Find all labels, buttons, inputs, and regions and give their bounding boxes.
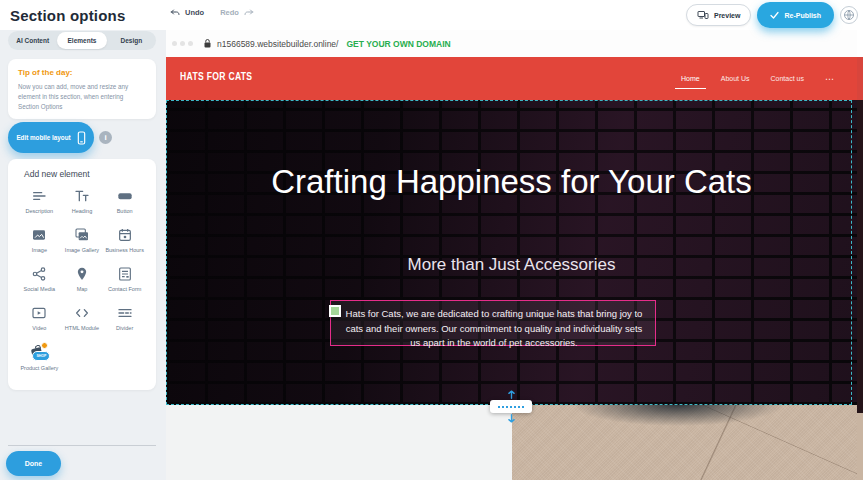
phone-icon <box>77 131 86 145</box>
element-contact-form[interactable]: Contact Form <box>103 265 146 293</box>
element-map[interactable]: Map <box>61 265 104 293</box>
element-divider[interactable]: Divider <box>103 304 146 332</box>
get-domain-link[interactable]: GET YOUR OWN DOMAIN <box>346 39 450 49</box>
edge-hero-sliver <box>857 100 863 413</box>
element-html-module[interactable]: HTML Module <box>61 304 104 332</box>
nav-contact-us[interactable]: Contact us <box>771 75 804 82</box>
lock-icon <box>203 38 212 49</box>
page-title: Section options <box>10 7 126 24</box>
url-text: n1566589.websitebuilder.online/ <box>217 39 338 49</box>
element-social-media[interactable]: Social Media <box>18 265 61 293</box>
check-icon <box>770 11 779 19</box>
tip-of-the-day-card: Tip of the day: Now you can add, move an… <box>8 59 156 119</box>
image-gallery-icon <box>73 226 91 244</box>
site-header[interactable]: HATS FOR CATS Home About Us Contact us ⋯ <box>166 57 857 100</box>
element-product-gallery[interactable]: SHOP Product Gallery <box>18 344 61 372</box>
preview-button[interactable]: Preview <box>686 4 751 26</box>
browser-chrome: n1566589.websitebuilder.online/ GET YOUR… <box>166 30 857 57</box>
add-element-title: Add new element <box>8 167 156 185</box>
element-image-gallery[interactable]: Image Gallery <box>61 226 104 254</box>
edge-header-sliver <box>857 57 863 100</box>
window-dot <box>188 41 193 46</box>
app-window: Section options Undo Redo Preview Re-Pub… <box>0 0 863 480</box>
topbar: Section options Undo Redo Preview Re-Pub… <box>0 0 863 30</box>
heading-icon <box>73 187 91 205</box>
business-hours-icon <box>116 226 134 244</box>
hero-paragraph[interactable]: Hats for Cats, we are dedicated to craft… <box>331 301 655 351</box>
resize-arrow-up-icon <box>503 390 519 399</box>
social-media-icon <box>30 265 48 283</box>
add-element-panel: Add new element Description Heading Butt… <box>8 159 156 390</box>
tab-design[interactable]: Design <box>107 31 156 50</box>
nav-home[interactable]: Home <box>681 75 700 82</box>
divider-icon <box>116 304 134 322</box>
sidebar-tabs: AI Content Elements Design <box>8 31 156 50</box>
image-icon <box>30 226 48 244</box>
selected-paragraph-element[interactable]: Hats for Cats, we are dedicated to craft… <box>330 300 656 346</box>
html-module-icon <box>73 304 91 322</box>
element-video[interactable]: Video <box>18 304 61 332</box>
shop-tag: SHOP <box>32 351 50 361</box>
undo-button[interactable]: Undo <box>170 8 204 17</box>
product-gallery-icon: SHOP <box>30 344 48 362</box>
notification-badge <box>41 342 48 349</box>
resize-arrow-down-icon <box>503 414 519 423</box>
tip-body: Now you can add, move and resize any ele… <box>18 82 146 111</box>
site-logo[interactable]: HATS FOR CATS <box>180 70 252 82</box>
tab-ai-content[interactable]: AI Content <box>8 31 57 50</box>
description-icon <box>30 187 48 205</box>
redo-button[interactable]: Redo <box>220 8 254 17</box>
devices-icon <box>697 10 709 20</box>
undo-redo-group: Undo Redo <box>170 8 254 17</box>
language-globe-button[interactable] <box>840 6 858 24</box>
edge-section-sliver <box>857 413 863 480</box>
grip-dots <box>498 406 524 408</box>
redo-icon <box>243 8 254 17</box>
site-preview: HATS FOR CATS Home About Us Contact us ⋯… <box>166 57 857 480</box>
hero-subheading[interactable]: More than Just Accessories <box>202 255 822 275</box>
tip-heading: Tip of the day: <box>18 68 146 77</box>
tab-elements[interactable]: Elements <box>57 32 106 49</box>
map-icon <box>73 265 91 283</box>
next-section-background[interactable] <box>166 405 512 480</box>
element-drag-handle[interactable] <box>329 305 341 317</box>
canvas-edge-strip <box>857 0 863 480</box>
window-dot <box>180 41 185 46</box>
nav-about-us[interactable]: About Us <box>721 75 750 82</box>
element-button[interactable]: Button <box>103 187 146 215</box>
hero-section[interactable] <box>166 100 857 405</box>
globe-icon <box>843 9 855 21</box>
element-description[interactable]: Description <box>18 187 61 215</box>
window-dot <box>172 41 177 46</box>
hero-heading[interactable]: Crafting Happiness for Your Cats <box>202 162 822 202</box>
info-icon[interactable]: i <box>99 131 112 144</box>
element-grid: Description Heading Button Image Image G <box>8 185 156 372</box>
nav-more-icon[interactable]: ⋯ <box>825 74 835 84</box>
sidebar: AI Content Elements Design Tip of the da… <box>0 28 166 480</box>
sidebar-divider <box>8 445 156 446</box>
topbar-actions: Preview Re-Publish <box>686 0 858 30</box>
contact-form-icon <box>116 265 134 283</box>
button-icon <box>116 187 134 205</box>
undo-icon <box>170 8 181 17</box>
video-icon <box>30 304 48 322</box>
window-dots <box>172 41 193 46</box>
element-heading[interactable]: Heading <box>61 187 104 215</box>
site-nav: Home About Us Contact us ⋯ <box>681 57 835 100</box>
element-business-hours[interactable]: Business Hours <box>103 226 146 254</box>
edit-mobile-layout-button[interactable]: Edit mobile layout <box>8 122 94 153</box>
republish-button[interactable]: Re-Publish <box>757 2 834 28</box>
next-section-image[interactable] <box>512 405 857 480</box>
section-resize-handle[interactable] <box>490 400 532 413</box>
element-image[interactable]: Image <box>18 226 61 254</box>
done-button[interactable]: Done <box>6 451 61 476</box>
